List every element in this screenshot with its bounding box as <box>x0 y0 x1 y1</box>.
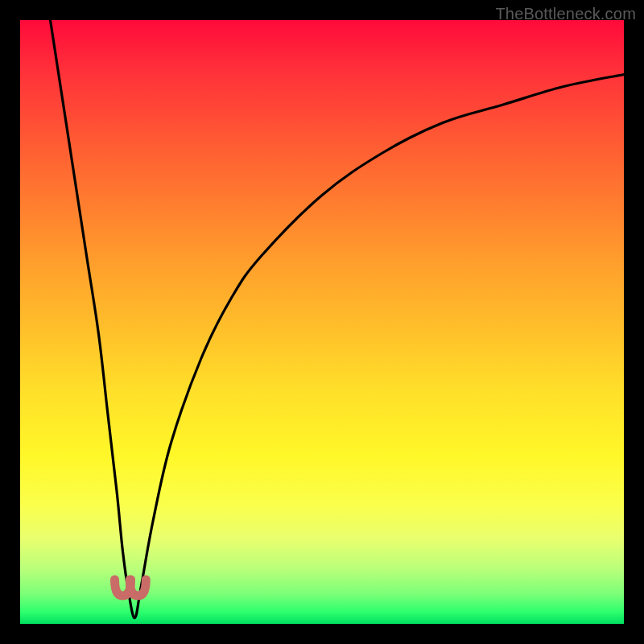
outer-frame: TheBottleneck.com <box>0 0 644 644</box>
valley-marker-right <box>130 580 146 596</box>
curve-layer <box>20 20 624 624</box>
bottleneck-curve <box>51 20 625 618</box>
watermark-text: TheBottleneck.com <box>495 5 636 23</box>
plot-area <box>20 20 624 624</box>
